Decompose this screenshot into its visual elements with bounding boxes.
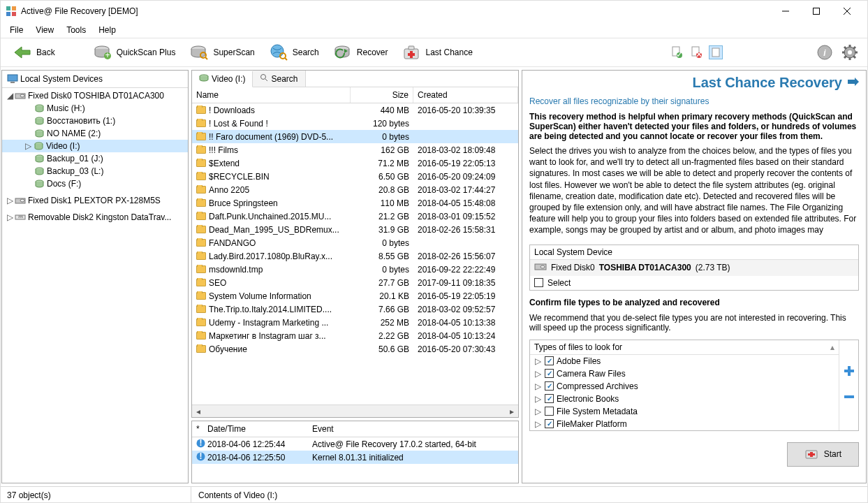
file-row[interactable]: System Volume Information20.1 KB2016-05-…	[192, 289, 518, 302]
recover-button[interactable]: Recover	[328, 40, 394, 65]
file-row[interactable]: Daft.Punk.Unchained.2015.MU...21.2 GB201…	[192, 210, 518, 223]
menu-help[interactable]: Help	[98, 25, 116, 35]
filetype-row[interactable]: ▷Adobe Files	[530, 355, 839, 367]
file-list[interactable]: ! Downloads440 MB2016-05-20 10:39:35! Lo…	[192, 103, 518, 404]
checkbox-icon[interactable]	[545, 419, 554, 428]
filetype-row[interactable]: ▷Camera Raw Files	[530, 367, 839, 380]
tab-search[interactable]: Search	[253, 71, 305, 87]
menu-file[interactable]: File	[10, 25, 23, 35]
close-button[interactable]	[832, 1, 862, 22]
disk2-row[interactable]: ▷ ⎓ Removable Disk2 Kingston DataTrav...	[2, 211, 188, 224]
start-button[interactable]: Start	[787, 442, 859, 467]
volume-row[interactable]: ▷Video (I:)	[2, 140, 188, 152]
file-row[interactable]: Lady.Bird.2017.1080p.BluRay.x...8.55 GB2…	[192, 249, 518, 263]
folder-icon	[196, 212, 206, 220]
file-row[interactable]: Dead_Man_1995_US_BDRemux...31.9 GB2018-0…	[192, 223, 518, 236]
col-datetime[interactable]: Date/Time	[207, 424, 312, 434]
info-icon[interactable]: i	[815, 43, 834, 62]
file-row[interactable]: ! Downloads440 MB2016-05-20 10:39:35	[192, 103, 518, 117]
log-row[interactable]: !2018-04-06 12:25:44Active@ File Recover…	[192, 437, 518, 451]
file-row[interactable]: Udemy - Instagram Marketing ...252 MB201…	[192, 316, 518, 329]
file-row[interactable]: Маркетинг в Instagram шаг з...2.22 GB201…	[192, 329, 518, 342]
filetype-row[interactable]: ▷Compressed Archives	[530, 380, 839, 393]
volume-row[interactable]: Music (H:)	[2, 102, 188, 115]
doc-icon[interactable]	[709, 45, 723, 59]
expand-icon[interactable]: ▷	[534, 407, 542, 416]
minimize-button[interactable]	[770, 1, 801, 22]
arrow-right-icon[interactable]	[848, 78, 859, 88]
svg-rect-1	[12, 6, 16, 10]
file-created: 2016-05-20 10:39:35	[413, 105, 518, 115]
collapse-icon[interactable]: ◢	[6, 91, 14, 101]
col-name[interactable]: Name	[192, 87, 351, 103]
file-row[interactable]: !! Faro document (1969) DVD-5...0 bytes	[192, 130, 518, 143]
file-row[interactable]: Обучение50.6 GB2016-05-20 07:30:43	[192, 342, 518, 356]
device-tree[interactable]: ◢ Fixed Disk0 TOSHIBA DT01ACA300 Music (…	[2, 88, 188, 483]
col-created[interactable]: Created	[413, 87, 518, 103]
col-size[interactable]: Size	[351, 87, 413, 103]
expand-icon[interactable]: ▷	[534, 381, 542, 391]
expand-icon[interactable]: ▷	[6, 212, 14, 222]
disk0-row[interactable]: ◢ Fixed Disk0 TOSHIBA DT01ACA300	[2, 89, 188, 102]
device-row[interactable]: Fixed Disk0 TOSHIBA DT01ACA300 (2.73 TB)	[530, 260, 858, 276]
expand-icon[interactable]: ▷	[24, 141, 32, 151]
filetype-row[interactable]: ▷Electronic Books	[530, 393, 839, 405]
scroll-left-icon[interactable]: ◂	[192, 407, 205, 416]
log-row[interactable]: !2018-04-06 12:25:50Kernel 8.01.31 initi…	[192, 451, 518, 464]
up-arrow-icon[interactable]: ▴	[830, 342, 834, 352]
search-button[interactable]: Search	[263, 40, 325, 65]
device-select[interactable]: Select	[530, 276, 858, 290]
file-row[interactable]: FANDANGO0 bytes	[192, 236, 518, 249]
file-row[interactable]: ! Lost & Found !120 bytes	[192, 117, 518, 130]
panel-title: Last Chance Recovery	[692, 75, 842, 91]
col-event[interactable]: Event	[312, 424, 334, 434]
doc-delete-icon[interactable]: ✕	[689, 45, 703, 59]
filetype-row[interactable]: ▷FileMaker Platform	[530, 418, 839, 430]
disk1-row[interactable]: ▷ Fixed Disk1 PLEXTOR PX-128M5S	[2, 194, 188, 207]
filetype-row[interactable]: ▷File System Metadata	[530, 405, 839, 418]
volume-row[interactable]: Восстановить (1:)	[2, 115, 188, 127]
expand-icon[interactable]: ▷	[534, 369, 542, 379]
volume-row[interactable]: Backup_03 (L:)	[2, 165, 188, 177]
checkbox-icon[interactable]	[545, 407, 554, 416]
expand-icon[interactable]: ▷	[534, 419, 542, 429]
main-area: Local System Devices ◢ Fixed Disk0 TOSHI…	[0, 67, 868, 486]
col-star[interactable]: *	[196, 424, 207, 434]
file-row[interactable]: msdownld.tmp0 bytes2016-09-22 22:22:49	[192, 263, 518, 276]
file-name: ! Lost & Found !	[209, 119, 268, 129]
expand-icon[interactable]: ▷	[534, 394, 542, 404]
file-row[interactable]: Bruce Springsteen110 MB2018-04-05 15:48:…	[192, 196, 518, 210]
file-row[interactable]: SEO27.7 GB2017-09-11 09:18:35	[192, 276, 518, 289]
checkbox-icon[interactable]	[534, 278, 543, 287]
lastchance-button[interactable]: Last Chance	[396, 40, 478, 65]
file-row[interactable]: Anno 220520.8 GB2018-03-02 17:44:27	[192, 183, 518, 196]
scroll-right-icon[interactable]: ▸	[506, 407, 518, 416]
volume-row[interactable]: Docs (F:)	[2, 177, 188, 190]
menu-view[interactable]: View	[36, 25, 54, 35]
checkbox-icon[interactable]	[545, 369, 554, 378]
doc-check-icon[interactable]: ✓	[670, 45, 684, 59]
gear-icon[interactable]	[840, 43, 860, 62]
expand-icon[interactable]: ▷	[534, 356, 542, 366]
volume-row[interactable]: NO NAME (2:)	[2, 127, 188, 140]
superscan-button[interactable]: SuperScan	[184, 40, 260, 65]
file-row[interactable]: $Extend71.2 MB2016-05-19 22:05:13	[192, 156, 518, 170]
expand-icon[interactable]: ▷	[6, 196, 14, 205]
checkbox-icon[interactable]	[545, 356, 554, 365]
hdd-icon	[14, 195, 27, 206]
file-row[interactable]: The.Trip.to.Italy.2014.LIMITED....7.66 G…	[192, 302, 518, 316]
menu-tools[interactable]: Tools	[66, 25, 86, 35]
file-row[interactable]: $RECYCLE.BIN6.50 GB2016-05-20 09:24:09	[192, 170, 518, 183]
remove-icon[interactable]	[843, 391, 855, 405]
maximize-button[interactable]	[801, 1, 832, 22]
back-button[interactable]: Back	[7, 40, 61, 65]
file-row[interactable]: !!! Films162 GB2018-03-02 18:09:48	[192, 143, 518, 156]
checkbox-icon[interactable]	[545, 381, 554, 391]
quickscan-button[interactable]: + QuickScan Plus	[87, 40, 182, 65]
horizontal-scrollbar[interactable]: ◂ ▸	[192, 404, 518, 417]
add-icon[interactable]	[843, 365, 855, 379]
checkbox-icon[interactable]	[545, 394, 554, 403]
volume-row[interactable]: Backup_01 (J:)	[2, 152, 188, 165]
filetype-label: Electronic Books	[557, 394, 619, 404]
tab-video[interactable]: Video (I:)	[192, 71, 253, 87]
